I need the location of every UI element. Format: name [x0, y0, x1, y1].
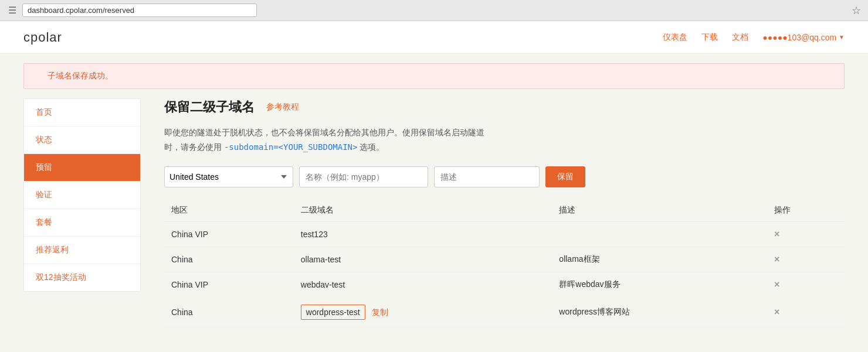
- row4-desc: wordpress博客网站: [552, 298, 767, 327]
- nav-docs[interactable]: 文档: [732, 32, 748, 43]
- row1-region: China VIP: [164, 222, 294, 247]
- row3-desc: 群晖webdav服务: [552, 272, 767, 298]
- row3-action: ×: [767, 272, 845, 298]
- form-row: United States China China VIP 保留: [164, 166, 845, 187]
- row2-region: China: [164, 247, 294, 272]
- data-table: 地区 二级域名 描述 操作 China VIP test123 ×: [164, 199, 845, 327]
- desc-text-2: 时，请务必使用: [164, 142, 222, 152]
- row4-subdomain-box: wordpress-test: [301, 305, 365, 320]
- col-action: 操作: [767, 199, 845, 222]
- alert-banner: 子域名保存成功。: [23, 63, 845, 89]
- nav-links: 仪表盘 下载 文档 ●●●●●103@qq.com ▼: [663, 32, 845, 43]
- row1-desc: [552, 222, 767, 247]
- region-select[interactable]: United States China China VIP: [164, 166, 293, 187]
- sidebar-item-plan[interactable]: 套餐: [24, 209, 140, 237]
- sidebar-item-status[interactable]: 状态: [24, 127, 140, 154]
- sidebar-item-lottery[interactable]: 双12抽奖活动: [24, 264, 140, 291]
- page-description: 即使您的隧道处于脱机状态，也不会将保留域名分配给其他用户。使用保留域名启动隧道 …: [164, 125, 540, 155]
- row3-region: China VIP: [164, 272, 294, 298]
- row2-subdomain: ollama-test: [294, 247, 552, 272]
- nav-dashboard[interactable]: 仪表盘: [663, 32, 687, 43]
- sidebar: 首页 状态 预留 验证 套餐 推荐返利 双12抽奖活动: [23, 98, 141, 292]
- row4-region: China: [164, 298, 294, 327]
- browser-url[interactable]: dashboard.cpolar.com/reserved: [22, 4, 257, 17]
- row4-delete-btn[interactable]: ×: [774, 307, 779, 317]
- top-nav: cpolar 仪表盘 下载 文档 ●●●●●103@qq.com ▼: [0, 21, 868, 54]
- col-desc: 描述: [552, 199, 767, 222]
- row2-desc: ollama框架: [552, 247, 767, 272]
- sidebar-item-home[interactable]: 首页: [24, 99, 140, 127]
- row2-delete-btn[interactable]: ×: [774, 254, 779, 264]
- table-row: China VIP test123 ×: [164, 222, 845, 247]
- sidebar-item-reserved[interactable]: 预留: [24, 154, 140, 182]
- table-row: China wordpress-test 复制 wordpress博客网站 ×: [164, 298, 845, 327]
- row4-subdomain: wordpress-test 复制: [294, 298, 552, 327]
- row1-action: ×: [767, 222, 845, 247]
- desc-code-hint: -subdomain=<YOUR_SUBDOMAIN>: [224, 142, 358, 152]
- page-title: 保留二级子域名: [164, 98, 255, 116]
- page-content: 保留二级子域名 参考教程 即使您的隧道处于脱机状态，也不会将保留域名分配给其他用…: [141, 98, 845, 327]
- table-row: China ollama-test ollama框架 ×: [164, 247, 845, 272]
- nav-user-email: ●●●●●103@qq.com: [762, 33, 836, 42]
- logo: cpolar: [23, 30, 62, 45]
- ref-link[interactable]: 参考教程: [266, 102, 299, 112]
- save-button[interactable]: 保留: [545, 166, 585, 187]
- menu-icon: ☰: [7, 5, 18, 16]
- row4-action: ×: [767, 298, 845, 327]
- page-header: 保留二级子域名 参考教程: [164, 98, 845, 116]
- desc-text-1: 即使您的隧道处于脱机状态，也不会将保留域名分配给其他用户。使用保留域名启动隧道: [164, 128, 484, 137]
- desc-input[interactable]: [434, 166, 540, 187]
- row1-delete-btn[interactable]: ×: [774, 229, 779, 239]
- table-row: China VIP webdav-test 群晖webdav服务 ×: [164, 272, 845, 298]
- row2-action: ×: [767, 247, 845, 272]
- row3-delete-btn[interactable]: ×: [774, 279, 779, 289]
- row4-copy-btn[interactable]: 复制: [372, 307, 388, 317]
- col-region: 地区: [164, 199, 294, 222]
- sidebar-item-verify[interactable]: 验证: [24, 182, 140, 209]
- nav-user-caret: ▼: [839, 34, 845, 40]
- desc-text-3: 选项。: [360, 142, 384, 152]
- browser-bar: ☰ dashboard.cpolar.com/reserved ☆: [0, 0, 868, 21]
- alert-message: 子域名保存成功。: [48, 71, 113, 80]
- nav-download[interactable]: 下载: [701, 32, 718, 43]
- row1-subdomain: test123: [294, 222, 552, 247]
- nav-user[interactable]: ●●●●●103@qq.com ▼: [762, 33, 845, 42]
- sidebar-item-referral[interactable]: 推荐返利: [24, 237, 140, 264]
- star-icon[interactable]: ☆: [852, 4, 861, 17]
- main-content: 首页 状态 预留 验证 套餐 推荐返利 双12抽奖活动 保留二级子域名 参考教程…: [0, 98, 868, 351]
- col-subdomain: 二级域名: [294, 199, 552, 222]
- row3-subdomain: webdav-test: [294, 272, 552, 298]
- name-input[interactable]: [299, 166, 428, 187]
